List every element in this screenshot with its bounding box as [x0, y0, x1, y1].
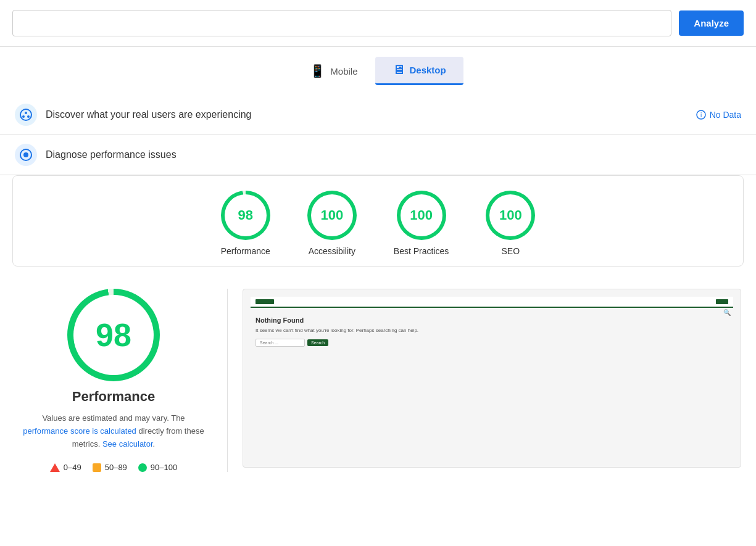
seo-circle: 100 [486, 191, 535, 240]
desktop-tab-label: Desktop [410, 65, 446, 75]
discover-section: Discover what your real users are experi… [0, 95, 756, 135]
desc-text-3: . [153, 439, 156, 449]
preview-inner: 🔍 Nothing Found It seems we can't find w… [243, 289, 741, 357]
performance-circle: 98 [221, 191, 270, 240]
preview-logo [255, 299, 274, 304]
preview-content: Nothing Found It seems we can't find wha… [251, 314, 733, 349]
device-toggle: 📱 Mobile 🖥 Desktop [0, 47, 756, 95]
desktop-tab[interactable]: 🖥 Desktop [375, 57, 463, 85]
preview-body: 🔍 Nothing Found It seems we can't find w… [251, 314, 733, 349]
preview-nothing-found: Nothing Found [255, 316, 728, 324]
svg-text:i: i [700, 112, 702, 118]
legend-range-90-100: 90–100 [151, 463, 177, 472]
vertical-divider [227, 289, 228, 472]
legend-range-50-89: 50–89 [105, 463, 127, 472]
no-data-label: No Data [710, 110, 741, 120]
big-score-section: 98 Performance Values are estimated and … [15, 289, 212, 472]
preview-search-icon: 🔍 [723, 309, 731, 316]
discover-icon [15, 104, 37, 126]
legend-item-90-100: 90–100 [138, 463, 177, 472]
seo-score: 100 [489, 194, 531, 236]
analyze-button[interactable]: Analyze [679, 10, 744, 36]
main-content: 98 Performance Values are estimated and … [0, 274, 756, 472]
accessibility-circle: 100 [307, 191, 357, 240]
preview-search-input [255, 339, 305, 347]
big-score-circle: 98 [67, 289, 160, 381]
preview-desc: It seems we can't find what you're looki… [255, 327, 728, 334]
triangle-icon [50, 463, 60, 472]
legend-row: 0–49 50–89 90–100 [50, 463, 177, 472]
score-card-seo[interactable]: 100 SEO [486, 191, 535, 256]
url-bar-section: https://clicktoprosper.com/ Analyze [0, 0, 756, 47]
big-score-desc: Values are estimated and may vary. The p… [21, 412, 206, 450]
svg-point-7 [23, 152, 28, 157]
mobile-tab-label: Mobile [330, 66, 357, 77]
preview-search-btn: Search [307, 339, 328, 346]
svg-point-3 [27, 115, 30, 118]
score-cards-section: 98 Performance 100 Accessibility 100 Bes… [12, 175, 744, 267]
score-cards-row: 98 Performance 100 Accessibility 100 Bes… [13, 191, 743, 256]
url-input[interactable]: https://clicktoprosper.com/ [12, 10, 671, 36]
svg-point-2 [22, 115, 25, 118]
diagnose-section: Diagnose performance issues [0, 135, 756, 175]
big-score-value: 98 [73, 295, 154, 375]
diagnose-title: Diagnose performance issues [46, 149, 177, 160]
preview-section: 🔍 Nothing Found It seems we can't find w… [243, 289, 741, 468]
best-practices-circle: 100 [397, 191, 446, 240]
best-practices-score: 100 [401, 194, 442, 236]
performance-score-link[interactable]: performance score is calculated [23, 426, 136, 436]
score-card-accessibility[interactable]: 100 Accessibility [307, 191, 357, 256]
discover-title: Discover what your real users are experi… [46, 109, 251, 120]
score-card-performance[interactable]: 98 Performance [221, 191, 270, 256]
diagnose-icon [15, 144, 37, 166]
preview-nav [251, 297, 733, 308]
no-data-link[interactable]: i No Data [696, 110, 741, 120]
desktop-icon: 🖥 [393, 63, 405, 77]
big-score-title: Performance [72, 389, 156, 405]
desc-text-1: Values are estimated and may vary. The [42, 413, 185, 423]
best-practices-label: Best Practices [394, 246, 449, 256]
square-icon [93, 463, 101, 472]
svg-point-0 [20, 109, 31, 120]
legend-item-0-49: 0–49 [50, 463, 81, 472]
legend-item-50-89: 50–89 [93, 463, 127, 472]
accessibility-label: Accessibility [309, 246, 355, 256]
circle-icon [138, 463, 147, 472]
preview-search-row: Search [255, 339, 728, 347]
performance-score: 98 [225, 194, 267, 236]
seo-label: SEO [502, 246, 520, 256]
mobile-icon: 📱 [310, 64, 325, 78]
performance-label: Performance [221, 246, 270, 256]
info-icon: i [696, 110, 706, 120]
svg-point-1 [25, 112, 27, 114]
legend-range-0-49: 0–49 [64, 463, 81, 472]
preview-menu [716, 299, 728, 304]
mobile-tab[interactable]: 📱 Mobile [293, 57, 375, 85]
accessibility-score: 100 [311, 194, 353, 236]
score-card-best-practices[interactable]: 100 Best Practices [394, 191, 449, 256]
see-calculator-link[interactable]: See calculator [102, 439, 153, 449]
